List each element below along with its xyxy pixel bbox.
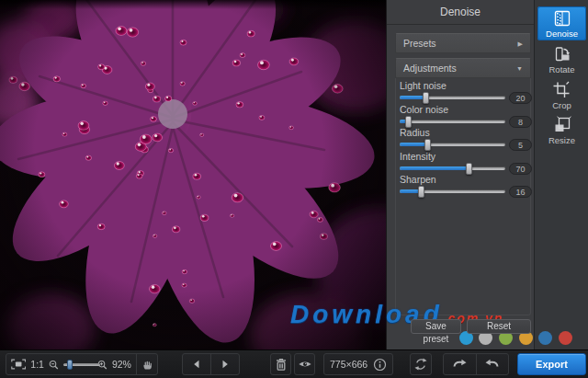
presets-section-header[interactable]: Presets ▶ <box>395 33 531 53</box>
image-size-group: 775×666 <box>323 353 393 375</box>
save-preset-button[interactable]: Save preset <box>411 319 461 334</box>
redo-icon <box>484 358 501 371</box>
fit-to-screen-icon[interactable] <box>11 358 26 371</box>
image-nav-group <box>182 353 240 375</box>
arrow-right-icon <box>220 360 230 369</box>
hand-pan-icon[interactable] <box>141 358 153 372</box>
undo-icon <box>451 358 468 371</box>
show-original-button[interactable] <box>294 353 315 375</box>
next-image-button[interactable] <box>211 354 239 374</box>
info-icon[interactable] <box>373 358 387 372</box>
light-noise-value[interactable]: 20 <box>509 92 532 104</box>
slider-fill <box>400 143 427 146</box>
sharpen-value[interactable]: 16 <box>509 186 532 198</box>
delete-image-button[interactable] <box>270 353 291 375</box>
radius-value[interactable]: 5 <box>509 139 532 151</box>
adjustments-label: Adjustments <box>403 63 457 74</box>
presets-label: Presets <box>403 38 436 49</box>
eye-icon <box>298 359 312 370</box>
sidebar-item-denoise[interactable]: Denoise <box>537 6 586 40</box>
zoom-slider-handle[interactable] <box>67 360 73 370</box>
redo-button[interactable] <box>477 354 509 374</box>
previous-image-button[interactable] <box>183 354 210 374</box>
denoise-icon <box>552 9 572 28</box>
slider-row-intensity: Intensity 70 <box>387 151 535 175</box>
image-size-value: 775×666 <box>330 359 368 370</box>
sharpen-label: Sharpen <box>400 174 436 185</box>
slider-handle[interactable] <box>418 186 424 198</box>
slider-row-sharpen: Sharpen 16 <box>387 174 535 198</box>
export-button[interactable]: Export <box>517 353 586 375</box>
light-noise-label: Light noise <box>400 80 447 91</box>
chevron-right-icon: ▶ <box>518 34 523 53</box>
sidebar-item-rotate[interactable]: Rotate <box>537 42 586 74</box>
reset-button[interactable]: Reset <box>467 319 531 334</box>
separator <box>136 354 137 374</box>
refresh-icon <box>413 357 428 372</box>
leaf-photo <box>0 0 386 349</box>
radius-slider[interactable] <box>400 139 505 151</box>
sidebar-item-crop[interactable]: Crop <box>537 78 586 109</box>
arrow-left-icon <box>192 360 201 369</box>
zoom-controls-group: 1:1 92% <box>6 353 158 375</box>
slider-row-light-noise: Light noise 20 <box>387 80 535 104</box>
rotate-icon <box>552 45 572 63</box>
photo-editor-window: Denoise Presets ▶ Adjustments ▼ Light no… <box>0 0 588 378</box>
slider-row-radius: Radius 5 <box>387 127 535 151</box>
slider-fill <box>400 166 469 170</box>
sharpen-slider[interactable] <box>400 186 505 198</box>
crop-icon <box>552 81 572 99</box>
actual-size-button[interactable]: 1:1 <box>30 359 44 370</box>
zoom-percent-value: 92% <box>112 359 131 370</box>
intensity-label: Intensity <box>400 151 435 162</box>
revert-changes-button[interactable] <box>410 353 432 375</box>
zoom-slider[interactable] <box>63 359 94 371</box>
bottom-toolbar: 1:1 92% <box>0 349 588 378</box>
sidebar-item-label: Crop <box>537 100 586 110</box>
panel-title: Denoise <box>387 0 534 25</box>
undo-button[interactable] <box>444 354 476 374</box>
slider-row-color-noise: Color noise 8 <box>387 104 535 128</box>
slider-fill <box>400 96 425 99</box>
slider-handle[interactable] <box>423 92 429 104</box>
undo-redo-group <box>443 353 509 375</box>
trash-icon <box>275 357 288 372</box>
sidebar-item-label: Resize <box>537 135 586 145</box>
light-noise-slider[interactable] <box>400 92 505 104</box>
slider-handle[interactable] <box>424 139 431 151</box>
sidebar-item-label: Rotate <box>537 64 586 74</box>
sidebar-item-resize[interactable]: Resize <box>537 113 586 144</box>
photo-canvas[interactable] <box>0 0 386 349</box>
color-noise-label: Color noise <box>400 104 448 115</box>
zoom-out-icon[interactable] <box>49 359 59 371</box>
adjustments-section-header[interactable]: Adjustments ▼ <box>395 58 531 78</box>
slider-track <box>400 120 505 123</box>
adjustments-panel: Denoise Presets ▶ Adjustments ▼ Light no… <box>386 0 534 349</box>
radius-label: Radius <box>400 127 430 138</box>
tool-sidebar: Denoise Rotate Crop <box>534 0 588 349</box>
sidebar-item-label: Denoise <box>537 29 586 39</box>
chevron-down-icon: ▼ <box>516 59 523 78</box>
resize-icon <box>552 116 572 134</box>
